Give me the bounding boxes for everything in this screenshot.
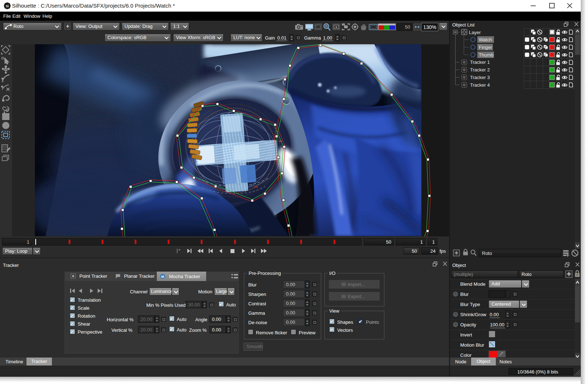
svg-text:Tracker 4: Tracker 4 (470, 82, 490, 88)
svg-text:Watch: Watch (479, 37, 492, 42)
svg-text:Thumb: Thumb (479, 52, 493, 58)
svg-text:Roto: Roto (482, 251, 492, 256)
svg-text:50: 50 (405, 24, 410, 30)
svg-text:Si: Si (6, 4, 9, 8)
svg-text:Tracker 2: Tracker 2 (470, 67, 490, 73)
svg-text:Finger: Finger (479, 45, 493, 50)
svg-text:130%: 130% (423, 24, 436, 30)
svg-text:M: M (161, 275, 164, 278)
svg-text:Tracker 3: Tracker 3 (470, 75, 490, 80)
svg-text:Tracker 1: Tracker 1 (470, 59, 490, 65)
svg-text:Layer: Layer (469, 30, 481, 35)
